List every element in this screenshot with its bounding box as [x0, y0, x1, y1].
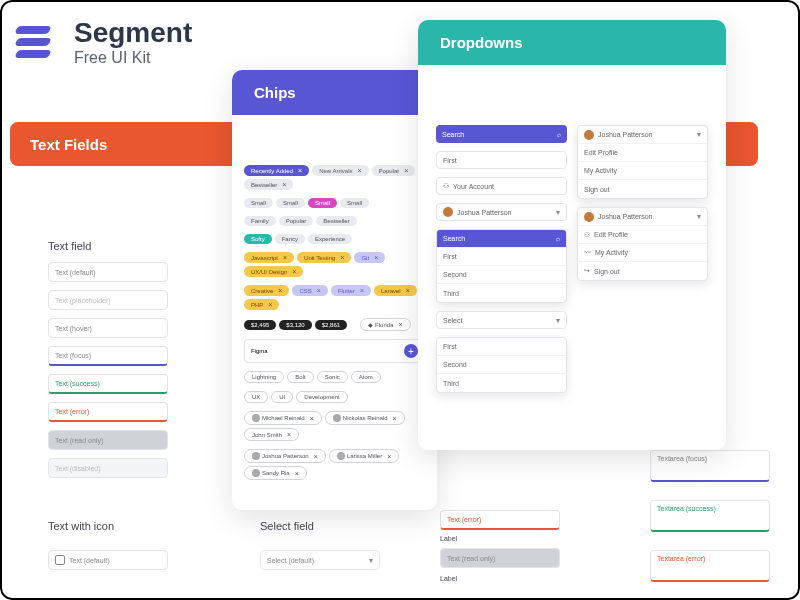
- menu-my-activity[interactable]: 〰My Activity: [578, 244, 707, 262]
- chip-family[interactable]: Family: [244, 216, 276, 226]
- dropdown-search[interactable]: Search⌕: [437, 230, 566, 248]
- chip-laravel[interactable]: Laravel: [374, 285, 417, 296]
- textarea-focus[interactable]: Textarea (focus): [650, 450, 770, 482]
- textfield-success[interactable]: Text (success): [48, 374, 168, 394]
- chip-css[interactable]: CSS: [292, 285, 327, 296]
- dropdown-option[interactable]: First: [437, 248, 566, 266]
- chip-experience[interactable]: Experience: [308, 234, 352, 244]
- activity-icon: 〰: [584, 249, 591, 256]
- chip-creative[interactable]: Creative: [244, 285, 289, 296]
- dropdown-option[interactable]: Third: [437, 284, 566, 302]
- chip-small[interactable]: Small: [244, 198, 273, 208]
- chip-tag[interactable]: UX: [244, 391, 268, 403]
- segment-logo-icon: [16, 20, 60, 64]
- chip-price[interactable]: $3,120: [279, 320, 311, 330]
- avatar: [584, 212, 594, 222]
- chip-bestseller[interactable]: Bestseller: [244, 179, 293, 190]
- select-default[interactable]: Select (default): [260, 550, 380, 570]
- chip-small[interactable]: Small: [308, 198, 337, 208]
- signout-icon: ↪: [584, 267, 590, 275]
- avatar: [443, 207, 453, 217]
- select-field-heading: Select field: [260, 520, 314, 532]
- chip-popular[interactable]: Popular: [279, 216, 314, 226]
- chevron-down-icon: [697, 130, 701, 139]
- text-with-icon-heading: Text with icon: [48, 520, 114, 532]
- chip-tag[interactable]: Sonic: [317, 371, 348, 383]
- chip-tag[interactable]: Development: [296, 391, 347, 403]
- textarea-success[interactable]: Textarea (success): [650, 500, 770, 532]
- brand-title: Segment: [74, 18, 192, 49]
- chips-panel-header: Chips: [232, 70, 437, 115]
- dropdowns-panel: Dropdowns Search ⌕ First ⚇ Your Account …: [418, 20, 726, 450]
- add-icon[interactable]: +: [404, 344, 418, 358]
- dropdown-user-select[interactable]: Joshua Patterson: [436, 203, 567, 221]
- menu-edit-profile[interactable]: ⚇Edit Profile: [578, 226, 707, 244]
- textfield-error[interactable]: Text (error): [48, 402, 168, 422]
- chevron-down-icon: [556, 208, 560, 217]
- chip-location[interactable]: ◆Florida: [360, 318, 410, 331]
- chip-price[interactable]: $2,495: [244, 320, 276, 330]
- chip-tag[interactable]: Bolt: [287, 371, 313, 383]
- chip-php[interactable]: PHP: [244, 299, 279, 310]
- textfield-focus[interactable]: Text (focus): [48, 346, 168, 366]
- chip-tag[interactable]: Atom: [351, 371, 381, 383]
- chip-person[interactable]: Nickolas Reinald: [325, 411, 405, 425]
- chevron-down-icon: [369, 556, 373, 565]
- chip-popular[interactable]: Popular: [372, 165, 416, 176]
- chip-bestseller[interactable]: Bestseller: [316, 216, 356, 226]
- chip-tag[interactable]: Lightning: [244, 371, 284, 383]
- textfield-icon-label: Text (default): [69, 557, 109, 564]
- chip-input[interactable]: Figma +: [244, 339, 425, 363]
- user-menu: Joshua Patterson Edit Profile My Activit…: [577, 125, 708, 199]
- textfield-placeholder[interactable]: Text (placeholder): [48, 290, 168, 310]
- mail-icon: [55, 555, 65, 565]
- user-menu-icons: Joshua Patterson ⚇Edit Profile 〰My Activ…: [577, 207, 708, 281]
- textfield-hover[interactable]: Text (hover): [48, 318, 168, 338]
- dropdown-option[interactable]: Second: [437, 356, 566, 374]
- chip-person[interactable]: Joshua Patterson: [244, 449, 326, 463]
- chip-fancy[interactable]: Fancy: [275, 234, 305, 244]
- dropdown-account[interactable]: ⚇ Your Account: [436, 177, 567, 195]
- user-menu-header[interactable]: Joshua Patterson: [578, 208, 707, 226]
- menu-my-activity[interactable]: My Activity: [578, 162, 707, 180]
- chevron-down-icon: [697, 212, 701, 221]
- chip-recently-added[interactable]: Recently Added: [244, 165, 309, 176]
- chip-ux[interactable]: UX/UI Design: [244, 266, 303, 277]
- textfield-error-lower[interactable]: Text (error): [440, 510, 560, 530]
- chip-person[interactable]: Michael Reinald: [244, 411, 322, 425]
- chip-price[interactable]: $2,861: [315, 320, 347, 330]
- chip-person[interactable]: Larissa Miller: [329, 449, 399, 463]
- dropdown-option[interactable]: First: [437, 338, 566, 356]
- menu-sign-out[interactable]: Sign out: [578, 180, 707, 198]
- chip-git[interactable]: Git: [354, 252, 385, 263]
- textarea-error[interactable]: Textarea (error): [650, 550, 770, 582]
- dropdown-list-open: First Second Third: [436, 337, 567, 393]
- search-label: Search: [442, 131, 464, 138]
- chip-small[interactable]: Small: [276, 198, 305, 208]
- chip-softy[interactable]: Softy: [244, 234, 272, 244]
- account-label: Your Account: [453, 183, 494, 190]
- textfield-icon-default[interactable]: Text (default): [48, 550, 168, 570]
- dropdown-option[interactable]: Third: [437, 374, 566, 392]
- chip-js[interactable]: Javascript: [244, 252, 294, 263]
- chip-new-arrivals[interactable]: New Arrivals: [312, 165, 368, 176]
- dropdown-search[interactable]: Search ⌕: [436, 125, 567, 143]
- textfield-default[interactable]: Text (default): [48, 262, 168, 282]
- chip-unit[interactable]: Unit Testing: [297, 252, 351, 263]
- menu-edit-profile[interactable]: Edit Profile: [578, 144, 707, 162]
- chip-small[interactable]: Small: [340, 198, 369, 208]
- brand-header: Segment Free UI Kit: [16, 18, 192, 67]
- menu-sign-out[interactable]: ↪Sign out: [578, 262, 707, 280]
- dropdown-select[interactable]: Select: [436, 311, 567, 329]
- dropdown-option[interactable]: First: [436, 151, 567, 169]
- dropdown-option[interactable]: Second: [437, 266, 566, 284]
- search-icon: ⌕: [557, 131, 561, 138]
- chip-person[interactable]: John Smith: [244, 428, 299, 441]
- brand-subtitle: Free UI Kit: [74, 49, 192, 67]
- chip-flutter[interactable]: Flutter: [331, 285, 371, 296]
- chip-tag[interactable]: UI: [271, 391, 293, 403]
- field-label: Label: [440, 575, 457, 582]
- user-menu-header[interactable]: Joshua Patterson: [578, 126, 707, 144]
- textfield-readonly: Text (read only): [48, 430, 168, 450]
- chip-person[interactable]: Sandy Ria: [244, 466, 307, 480]
